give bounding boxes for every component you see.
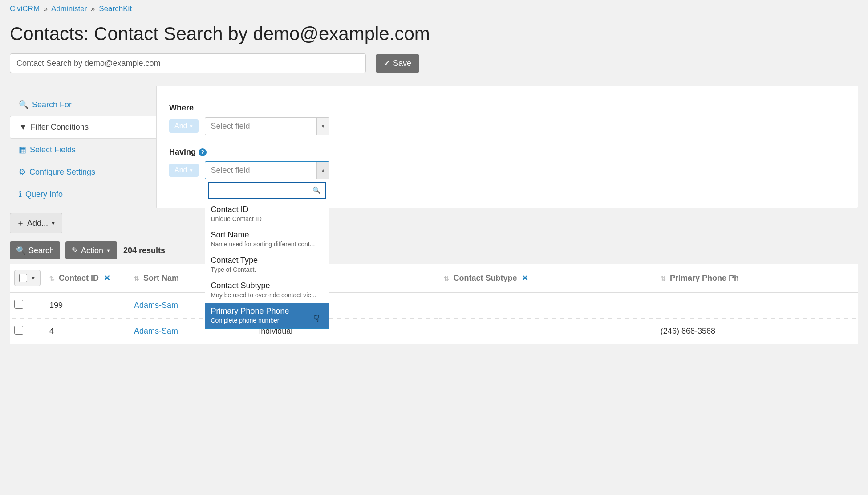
cell-primary-phone: (246) 868-3568: [656, 319, 858, 344]
cell-contact-id: 4: [45, 319, 130, 344]
caret-up-icon: ▲: [316, 162, 329, 179]
sort-icon: ⇅: [444, 275, 449, 282]
chevron-right-icon: »: [44, 4, 48, 13]
sidebar-item-query-info[interactable]: ℹ Query Info: [10, 183, 157, 205]
check-icon: ✔: [384, 59, 389, 68]
sidebar-item-filter-conditions[interactable]: ▼ Filter Conditions: [10, 116, 157, 139]
page-title: Contacts: Contact Search by demo@example…: [0, 18, 868, 53]
having-label: Having: [169, 147, 196, 157]
filter-icon: ▼: [19, 123, 27, 132]
column-primary-phone[interactable]: ⇅ Primary Phone Ph: [656, 264, 858, 293]
dropdown-item-title: Contact Type: [211, 256, 324, 265]
and-chip-label: And: [174, 122, 187, 130]
caret-down-icon: ▼: [189, 168, 193, 173]
dropdown-item[interactable]: Contact TypeType of Contact.: [205, 252, 329, 278]
remove-column-icon[interactable]: ✕: [104, 274, 110, 282]
sort-icon: ⇅: [134, 275, 139, 282]
column-label: Contact ID: [59, 274, 99, 282]
select-all-checkbox[interactable]: ▼: [14, 270, 41, 286]
search-icon: 🔍: [312, 186, 321, 194]
sort-icon: ⇅: [49, 275, 55, 282]
gears-icon: ⚙: [19, 167, 26, 177]
dropdown-item-subtitle: May be used to over-ride contact vie...: [211, 291, 324, 299]
caret-down-icon: ▼: [106, 248, 111, 253]
results-table: ▼ ⇅ Contact ID ✕ ⇅ Sort Nam ⇅ Contact Ty…: [10, 264, 858, 344]
caret-down-icon: ▼: [316, 118, 329, 135]
dropdown-item[interactable]: Primary Phone PhoneComplete phone number…: [205, 303, 329, 328]
select-all-input[interactable]: [19, 274, 27, 282]
sidebar-item-search-for[interactable]: 🔍 Search For: [10, 94, 157, 116]
sidebar-item-label: Query Info: [25, 190, 63, 199]
where-label: Where: [169, 103, 845, 113]
divider: [19, 210, 148, 210]
breadcrumb-searchkit[interactable]: SearchKit: [99, 4, 132, 13]
filter-panel: Where And ▼ Select field ▼ Having ? And …: [156, 86, 858, 208]
dropdown-item[interactable]: Contact IDUnique Contact ID: [205, 201, 329, 227]
help-icon[interactable]: ?: [199, 148, 207, 156]
having-and-chip[interactable]: And ▼: [169, 164, 199, 177]
caret-down-icon: ▼: [51, 221, 56, 226]
sidebar-item-configure-settings[interactable]: ⚙ Configure Settings: [10, 161, 157, 183]
column-contact-subtype[interactable]: ⇅ Contact Subtype ✕: [439, 264, 656, 293]
cell-contact-subtype: [439, 293, 656, 319]
where-select-field[interactable]: Select field ▼: [205, 117, 329, 135]
sidebar: 🔍 Search For ▼ Filter Conditions ▦ Selec…: [10, 86, 157, 233]
search-button[interactable]: 🔍 Search: [10, 241, 60, 259]
breadcrumb-civicrm[interactable]: CiviCRM: [10, 4, 40, 13]
dropdown-item-subtitle: Complete phone number.: [211, 317, 324, 324]
results-count: 204 results: [123, 246, 165, 255]
info-icon: ℹ: [19, 189, 22, 199]
action-button-label: Action: [81, 246, 103, 255]
add-button[interactable]: ＋ Add... ▼: [10, 213, 62, 233]
dropdown-item-title: Contact ID: [211, 205, 324, 214]
plus-icon: ＋: [16, 218, 24, 229]
dropdown-item-subtitle: Name used for sorting different cont...: [211, 241, 324, 248]
caret-down-icon: ▼: [31, 275, 36, 281]
sidebar-item-label: Search For: [32, 100, 72, 110]
column-label: Sort Nam: [143, 274, 179, 282]
where-and-chip[interactable]: And ▼: [169, 119, 199, 133]
and-chip-label: And: [174, 166, 187, 174]
dropdown-item-subtitle: Unique Contact ID: [211, 215, 324, 222]
sort-icon: ⇅: [661, 275, 666, 282]
having-dropdown: 🔍 Contact IDUnique Contact IDSort NameNa…: [205, 179, 329, 329]
save-button-label: Save: [393, 59, 411, 68]
chevron-right-icon: »: [91, 4, 95, 13]
column-label: Contact Subtype: [453, 274, 517, 282]
dropdown-item-title: Primary Phone Phone: [211, 307, 324, 316]
search-icon: 🔍: [19, 100, 28, 110]
caret-down-icon: ▼: [189, 124, 193, 129]
table-row: 199Adams-SamHousehold: [10, 293, 858, 319]
cell-sort-name-link[interactable]: Adams-Sam: [134, 301, 178, 310]
dropdown-item[interactable]: Sort NameName used for sorting different…: [205, 227, 329, 252]
breadcrumb-administer[interactable]: Administer: [51, 4, 87, 13]
remove-column-icon[interactable]: ✕: [522, 274, 528, 282]
add-button-label: Add...: [27, 219, 48, 228]
select-placeholder: Select field: [211, 122, 250, 131]
dropdown-item-subtitle: Type of Contact.: [211, 266, 324, 273]
cell-contact-subtype: [439, 319, 656, 344]
dropdown-item[interactable]: Contact SubtypeMay be used to over-ride …: [205, 278, 329, 303]
breadcrumb: CiviCRM » Administer » SearchKit: [0, 0, 868, 18]
search-icon: 🔍: [16, 245, 26, 255]
sidebar-item-label: Filter Conditions: [31, 123, 89, 132]
column-label: Primary Phone Ph: [670, 274, 739, 282]
select-placeholder: Select field: [211, 166, 250, 175]
dropdown-item-title: Sort Name: [211, 230, 324, 240]
dropdown-item-title: Contact Subtype: [211, 281, 324, 290]
save-button[interactable]: ✔ Save: [376, 54, 419, 73]
cell-sort-name-link[interactable]: Adams-Sam: [134, 327, 178, 335]
sidebar-item-select-fields[interactable]: ▦ Select Fields: [10, 139, 157, 161]
column-contact-id[interactable]: ⇅ Contact ID ✕: [45, 264, 130, 293]
row-checkbox[interactable]: [14, 326, 23, 335]
sidebar-item-label: Select Fields: [30, 145, 76, 155]
having-select-field[interactable]: Select field ▲: [205, 161, 329, 179]
search-name-input[interactable]: [10, 53, 366, 73]
dropdown-search-input[interactable]: [213, 183, 309, 198]
pencil-icon: ✎: [72, 245, 78, 255]
action-button[interactable]: ✎ Action ▼: [65, 241, 117, 259]
dropdown-search[interactable]: 🔍: [208, 182, 326, 199]
row-checkbox[interactable]: [14, 300, 23, 309]
search-button-label: Search: [28, 246, 54, 255]
sidebar-item-label: Configure Settings: [29, 168, 95, 177]
